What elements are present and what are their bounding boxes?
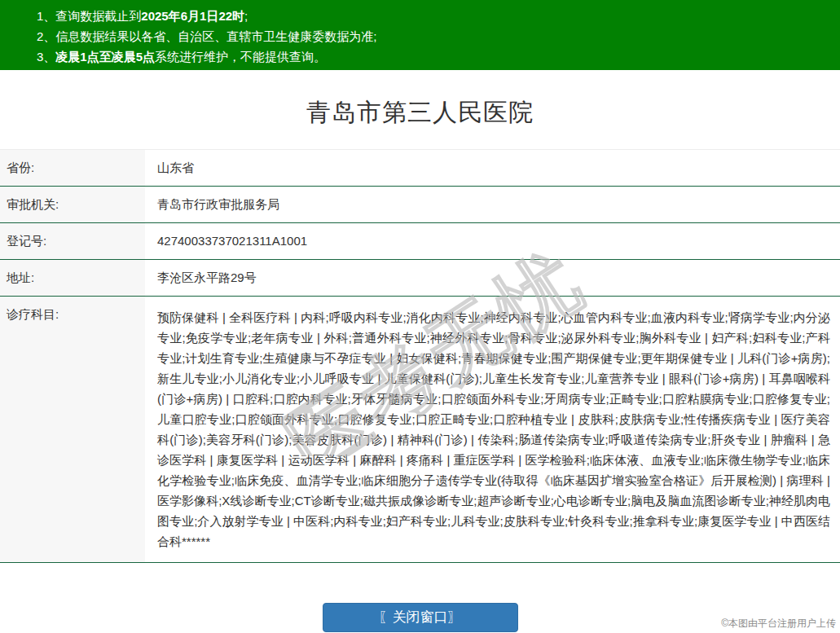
footer-watermark: ©本图由平台注册用户上传 [721,617,836,631]
row-value-address: 李沧区永平路29号 [145,260,840,296]
table-row-address: 地址: 李沧区永平路29号 [0,260,840,297]
close-window-button[interactable]: 〖关闭窗口〗 [323,603,518,632]
close-button-container: 〖关闭窗口〗 [0,603,840,632]
table-row-registration-number: 登记号: 42740033737021311A1001 [0,223,840,260]
page-title: 青岛市第三人民医院 [0,70,840,130]
notice-line-1-num: 1、 [37,9,55,23]
row-label-approval-authority: 审批机关: [0,187,145,222]
notice-line-3-num: 3、 [37,50,55,64]
row-value-registration-number: 42740033737021311A1001 [145,223,840,259]
row-label-registration-number: 登记号: [0,223,145,259]
row-label-address: 地址: [0,260,145,296]
notice-line-2-num: 2、 [37,29,55,43]
notice-line-3-post: 系统进行维护，不能提供查询。 [155,50,326,64]
row-label-medical-subjects: 诊疗科目: [0,297,145,562]
table-row-approval-authority: 审批机关: 青岛市行政审批服务局 [0,187,840,223]
hospital-detail-table: 省份: 山东省 审批机关: 青岛市行政审批服务局 登记号: 4274003373… [0,149,840,563]
row-value-province: 山东省 [145,150,840,186]
table-row-medical-subjects: 诊疗科目: 预防保健科 | 全科医疗科 | 内科;呼吸内科专业;消化内科专业;神… [0,297,840,563]
notice-line-2: 2、信息数据结果以各省、自治区、直辖市卫生健康委数据为准; [37,26,832,46]
notice-line-3: 3、凌晨1点至凌晨5点系统进行维护，不能提供查询。 [37,46,832,67]
notice-banner: 1、查询数据截止到2025年6月1日22时; 2、信息数据结果以各省、自治区、直… [0,0,840,70]
notice-line-1-pre: 查询数据截止到 [55,9,141,23]
table-row-province: 省份: 山东省 [0,150,840,187]
notice-line-3-bold: 凌晨1点至凌晨5点 [55,50,155,64]
row-label-province: 省份: [0,150,145,186]
notice-line-1: 1、查询数据截止到2025年6月1日22时; [37,6,832,26]
notice-line-1-post: ; [244,9,248,23]
notice-line-1-bold: 2025年6月1日22时 [141,9,244,23]
notice-line-2-pre: 信息数据结果以各省、自治区、直辖市卫生健康委数据为准; [55,29,376,43]
row-value-approval-authority: 青岛市行政审批服务局 [145,187,840,222]
row-value-medical-subjects: 预防保健科 | 全科医疗科 | 内科;呼吸内科专业;消化内科专业;神经内科专业;… [145,297,840,562]
